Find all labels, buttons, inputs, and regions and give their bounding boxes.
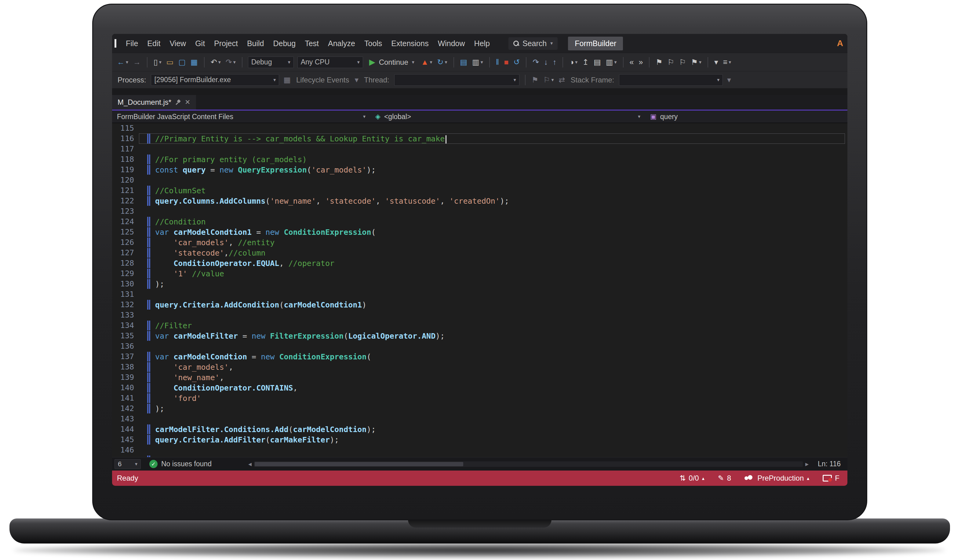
continue-button[interactable]: ▶Continue▾: [365, 58, 419, 67]
code-line-141[interactable]: 141 'ford': [112, 393, 847, 403]
screen-share-status[interactable]: F: [823, 474, 839, 483]
scope-dropdown[interactable]: ◈ <global> ▾: [370, 111, 645, 123]
code-line-138[interactable]: 138 'car_models',: [112, 362, 847, 372]
code-line-124[interactable]: 124//Condition: [112, 217, 847, 227]
code-changes-icon[interactable]: ▤: [458, 58, 470, 66]
step-into-icon[interactable]: ↓: [542, 58, 550, 66]
code-line-119[interactable]: 119const query = new QueryExpression('ca…: [112, 165, 847, 175]
member-dropdown[interactable]: ▣ query: [645, 111, 847, 123]
code-line-142[interactable]: 142);: [112, 403, 847, 414]
open-folder-icon[interactable]: ▭: [164, 58, 176, 66]
code-line-136[interactable]: 136: [112, 341, 847, 351]
collapse-region-icon[interactable]: ▾: [712, 58, 721, 66]
code-line-128[interactable]: 128 ConditionOperator.EQUAL, //operator: [112, 258, 847, 268]
menu-item[interactable]: Build: [243, 34, 269, 53]
step-out-icon[interactable]: ↑: [550, 58, 559, 66]
project-dropdown[interactable]: FormBuilder JavaScript Content Files ▾: [112, 111, 370, 123]
issues-indicator[interactable]: ✓ No issues found: [149, 460, 212, 468]
menu-item[interactable]: File: [121, 34, 143, 53]
nav-forward-icon[interactable]: →: [131, 58, 143, 66]
configuration-dropdown[interactable]: Debug▾: [248, 56, 294, 68]
toolbar-overflow-icon[interactable]: ≡▾: [721, 58, 734, 66]
menu-item[interactable]: Analyze: [323, 34, 360, 53]
code-line-122[interactable]: 122query.Columns.AddColumns('new_name', …: [112, 196, 847, 206]
code-line-134[interactable]: 134//Filter: [112, 320, 847, 331]
menu-item[interactable]: Help: [470, 34, 494, 53]
menu-item[interactable]: Window: [433, 34, 470, 53]
code-line-143[interactable]: 143: [112, 414, 847, 424]
menu-item[interactable]: Test: [300, 34, 323, 53]
redo-icon[interactable]: ↷▾: [223, 58, 238, 66]
search-control[interactable]: Search ▾: [508, 37, 558, 50]
thread-dropdown[interactable]: ▾: [394, 74, 519, 86]
sync-status[interactable]: ⇅ 0/0 ▴: [680, 474, 704, 483]
zoom-dropdown[interactable]: 6 ▾: [114, 459, 141, 469]
diagnostics-icon[interactable]: ◑▾: [567, 58, 580, 66]
menu-item[interactable]: Project: [209, 34, 243, 53]
pin-icon[interactable]: [175, 99, 180, 105]
process-dropdown[interactable]: [29056] FormBuilder.exe▾: [151, 74, 279, 86]
stack-frame-dropdown[interactable]: ▾: [619, 74, 723, 86]
nav-back-icon[interactable]: ←▾: [114, 58, 131, 66]
restart-debug-icon[interactable]: ↺: [511, 58, 522, 66]
code-line-133[interactable]: 133: [112, 310, 847, 320]
code-editor[interactable]: 115116//Primary Entity is --> car_models…: [112, 123, 847, 457]
lifecycle-chevron-icon[interactable]: ▾: [352, 76, 361, 83]
code-line-116[interactable]: 116//Primary Entity is --> car_models &&…: [112, 133, 847, 144]
new-file-icon[interactable]: ▯▾: [151, 58, 164, 66]
menu-item[interactable]: Debug: [269, 34, 301, 53]
scroll-right-icon[interactable]: ▸: [805, 460, 808, 468]
debug-toolbar-overflow-icon[interactable]: ▾: [725, 76, 733, 83]
break-all-icon[interactable]: ‖: [493, 58, 501, 66]
terminal-icon[interactable]: ▤: [591, 58, 603, 66]
code-line-131[interactable]: 131: [112, 289, 847, 300]
flag-outline-icon[interactable]: ⚐▾: [541, 76, 556, 83]
code-line-144[interactable]: 144carModelFilter.Conditions.Add(carMode…: [112, 424, 847, 435]
tab-document[interactable]: M_Document.js* ✕: [112, 95, 196, 110]
threads-in-source-icon[interactable]: ⇄: [556, 76, 568, 83]
flag-icon[interactable]: ⚑: [529, 76, 541, 83]
account-badge[interactable]: A: [837, 39, 844, 48]
bookmark-prev-icon[interactable]: ⚐: [665, 58, 677, 66]
code-line-127[interactable]: 127 'statecode',//column: [112, 248, 847, 258]
code-line-129[interactable]: 129 '1' //value: [112, 268, 847, 279]
scrollbar-track[interactable]: [254, 461, 803, 467]
menu-item[interactable]: Tools: [360, 34, 387, 53]
indent-increase-icon[interactable]: »: [636, 58, 645, 66]
indent-decrease-icon[interactable]: «: [627, 58, 636, 66]
save-icon[interactable]: ▢: [176, 58, 188, 66]
hot-reload-flame-icon[interactable]: ▲▾: [419, 58, 435, 66]
menu-item[interactable]: Git: [191, 34, 209, 53]
window-layout-icon[interactable]: ▥▾: [470, 58, 485, 66]
scrollbar-thumb[interactable]: [255, 462, 463, 466]
platform-dropdown[interactable]: Any CPU▾: [297, 56, 363, 68]
save-all-icon[interactable]: ▦: [188, 58, 200, 66]
code-line-123[interactable]: 123: [112, 206, 847, 217]
code-line-118[interactable]: 118//For primary entity (car_models): [112, 154, 847, 165]
scroll-left-icon[interactable]: ◂: [248, 460, 252, 468]
code-line-139[interactable]: 139 'new_name',: [112, 372, 847, 383]
code-line-135[interactable]: 135var carModelFilter = new FilterExpres…: [112, 331, 847, 341]
bookmark-icon[interactable]: ⚑: [653, 58, 665, 66]
code-line-130[interactable]: 130);: [112, 279, 847, 289]
menu-item[interactable]: Edit: [143, 34, 165, 53]
menu-item[interactable]: View: [165, 34, 191, 53]
stop-debug-icon[interactable]: ■: [501, 58, 511, 66]
close-icon[interactable]: ✕: [185, 98, 190, 106]
step-over-icon[interactable]: ↷: [530, 58, 542, 66]
code-line-121[interactable]: 121//ColumnSet: [112, 185, 847, 196]
code-line-120[interactable]: 120: [112, 175, 847, 185]
restart-app-icon[interactable]: ↻▾: [435, 58, 450, 66]
menu-item-formbuilder[interactable]: FormBuilder: [568, 37, 623, 50]
pending-edits[interactable]: ✎ 8: [718, 474, 731, 483]
undo-icon[interactable]: ↶▾: [208, 58, 223, 66]
environment-selector[interactable]: PreProduction ▴: [744, 474, 809, 483]
code-line-146[interactable]: 146: [112, 445, 847, 455]
code-line-137[interactable]: 137var carModelCondtion = new ConditionE…: [112, 351, 847, 362]
output-window-icon[interactable]: ▥▾: [603, 58, 619, 66]
code-line-117[interactable]: 117: [112, 144, 847, 154]
code-line-125[interactable]: 125var carModelCondtion1 = new Condition…: [112, 227, 847, 237]
code-line-126[interactable]: 126 'car_models', //entity: [112, 237, 847, 248]
menu-item[interactable]: Extensions: [387, 34, 433, 53]
horizontal-scrollbar[interactable]: ◂ ▸: [248, 460, 808, 468]
